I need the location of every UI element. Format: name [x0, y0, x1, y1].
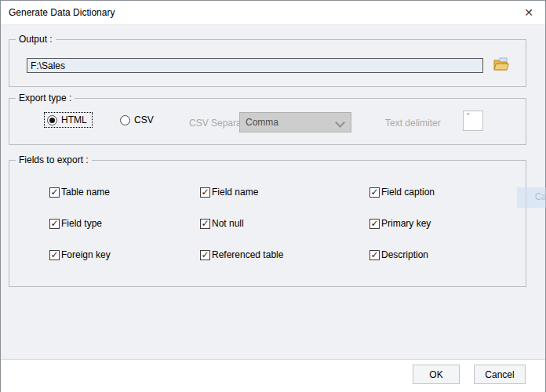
checkbox-field-caption[interactable]: ✓ Field caption [369, 187, 435, 198]
close-icon[interactable]: ✕ [522, 5, 536, 20]
browse-folder-button[interactable] [492, 56, 511, 74]
check-icon: ✓ [49, 250, 60, 260]
cancel-button[interactable]: Cancel [474, 365, 526, 384]
fields-group-label: Fields to export : [16, 154, 92, 165]
checkbox-primary-key[interactable]: ✓ Primary key [369, 218, 431, 229]
check-icon: ✓ [49, 219, 60, 229]
radio-html-circle [47, 115, 57, 125]
radio-html-label: HTML [61, 114, 87, 125]
dialog-title: Generate Data Dictionary [9, 7, 115, 18]
radio-csv[interactable]: CSV [117, 112, 159, 128]
text-delimiter-label: Text delimiter [385, 118, 441, 129]
button-bar [1, 359, 545, 392]
export-type-group-label: Export type : [16, 93, 75, 103]
checkbox-label: Field name [212, 187, 258, 198]
title-bar: Generate Data Dictionary ✕ [1, 1, 545, 25]
checkbox-field-type[interactable]: ✓ Field type [49, 218, 102, 229]
checkbox-label: Primary key [381, 218, 431, 229]
csv-separator-value: Comma [246, 117, 278, 128]
check-icon: ✓ [49, 187, 60, 198]
checkbox-label: Field caption [381, 187, 435, 198]
checkbox-label: Not null [212, 218, 244, 229]
ghost-window-artifact: Ca [517, 187, 546, 208]
radio-csv-circle [120, 115, 130, 125]
check-icon: ✓ [369, 187, 380, 198]
check-icon: ✓ [200, 187, 210, 198]
checkbox-referenced-table[interactable]: ✓ Referenced table [200, 249, 283, 260]
checkbox-field-name[interactable]: ✓ Field name [200, 187, 258, 198]
checkbox-label: Table name [61, 187, 110, 198]
ok-button[interactable]: OK [413, 365, 460, 384]
output-group-label: Output : [16, 34, 56, 45]
check-icon: ✓ [200, 250, 210, 260]
checkbox-foreign-key[interactable]: ✓ Foreign key [49, 249, 111, 260]
text-delimiter-input[interactable]: " [463, 111, 483, 131]
dialog-generate-data-dictionary: Generate Data Dictionary ✕ Output : Expo… [0, 0, 546, 392]
checkbox-table-name[interactable]: ✓ Table name [49, 187, 110, 198]
output-path-input[interactable] [27, 58, 483, 73]
checkbox-label: Referenced table [212, 249, 283, 260]
check-icon: ✓ [200, 219, 210, 229]
radio-csv-label: CSV [134, 114, 154, 125]
csv-separator-select[interactable]: Comma [239, 112, 351, 132]
checkbox-label: Description [381, 249, 428, 260]
check-icon: ✓ [369, 219, 380, 229]
checkbox-label: Foreign key [61, 249, 111, 260]
check-icon: ✓ [369, 250, 380, 260]
checkbox-label: Field type [61, 218, 102, 229]
open-folder-icon [493, 63, 510, 74]
text-delimiter-value: " [467, 112, 470, 121]
checkbox-description[interactable]: ✓ Description [369, 249, 428, 260]
chevron-down-icon [335, 118, 345, 128]
checkbox-not-null[interactable]: ✓ Not null [200, 218, 244, 229]
radio-html[interactable]: HTML [44, 112, 93, 128]
